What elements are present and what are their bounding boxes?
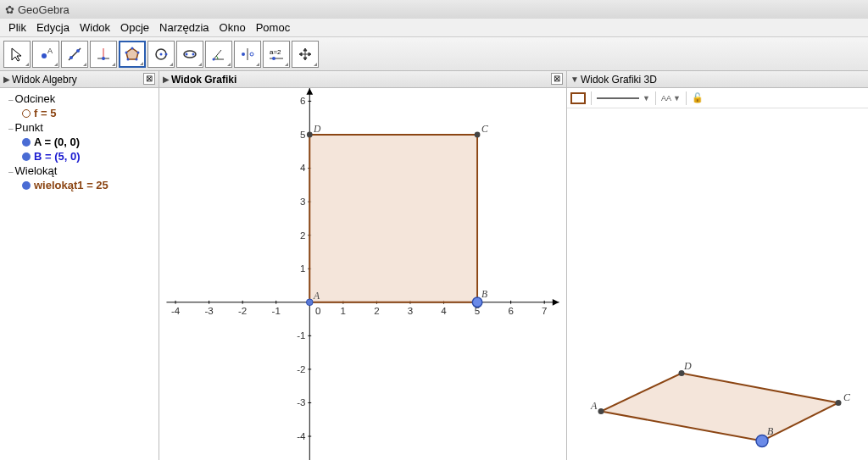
svg-marker-8 — [126, 48, 138, 59]
svg-text:1: 1 — [341, 306, 346, 316]
graphics3d-canvas[interactable]: A B C D — [567, 108, 868, 460]
svg-marker-30 — [306, 88, 313, 95]
menu-options[interactable]: Opcje — [115, 19, 154, 36]
tree-group-point[interactable]: –Punkt — [2, 120, 157, 135]
tree-group-polygon[interactable]: –Wielokąt — [2, 163, 157, 178]
svg-point-16 — [165, 53, 168, 55]
menu-help[interactable]: Pomoc — [251, 19, 295, 36]
svg-text:-1: -1 — [297, 330, 305, 341]
svg-text:B: B — [767, 425, 774, 437]
svg-point-11 — [137, 51, 140, 53]
svg-point-12 — [131, 47, 134, 49]
graphics3d-header[interactable]: ▼ Widok Grafiki 3D — [567, 71, 868, 88]
menu-bar: Plik Edycja Widok Opcje Narzędzia Okno P… — [0, 19, 868, 37]
tree-item-b[interactable]: B = (5, 0) — [2, 149, 157, 163]
svg-text:C: C — [843, 391, 851, 403]
point-label-a: A — [313, 291, 320, 302]
tool-move-view[interactable] — [292, 41, 319, 68]
svg-text:-4: -4 — [171, 306, 181, 316]
svg-point-83 — [756, 435, 768, 447]
point-label-d: D — [313, 124, 321, 135]
chevron-down-icon: ▼ — [643, 94, 650, 103]
disclosure-icon[interactable]: ▶ — [3, 75, 10, 84]
algebra-panel: ▶ Widok Algebry ⊠ –Odcinek f = 5 –Punkt … — [0, 71, 159, 460]
svg-text:D: D — [683, 360, 692, 372]
graphics-panel: ▶ Widok Grafiki ⊠ -4 -3 -2 -1 0 1 — [159, 71, 567, 460]
menu-file[interactable]: Plik — [3, 19, 31, 36]
tool-perpendicular[interactable] — [90, 41, 117, 68]
svg-marker-80 — [601, 374, 838, 441]
graphics-header[interactable]: ▶ Widok Grafiki ⊠ — [159, 71, 566, 88]
tool-polygon[interactable] — [119, 41, 146, 68]
graphics3d-title: Widok Grafiki 3D — [581, 74, 657, 86]
point-label-c: C — [481, 124, 488, 135]
tool-angle[interactable] — [205, 41, 232, 68]
tool-slider[interactable]: a=2 — [263, 41, 290, 68]
svg-point-10 — [136, 58, 138, 60]
svg-point-15 — [160, 53, 163, 55]
svg-text:2: 2 — [374, 306, 379, 316]
svg-point-13 — [125, 51, 128, 53]
graphics-title: Widok Grafiki — [171, 74, 236, 86]
tree-item-f[interactable]: f = 5 — [2, 106, 157, 120]
tool-point[interactable]: A — [32, 41, 59, 68]
svg-point-85 — [836, 400, 842, 406]
graphics-canvas[interactable]: -4 -3 -2 -1 0 1 2 3 4 5 6 7 6 5 4 — [159, 88, 566, 460]
menu-tools[interactable]: Narzędzia — [154, 19, 214, 36]
tool-circle[interactable] — [147, 41, 175, 68]
tree-group-segment[interactable]: –Odcinek — [2, 91, 157, 106]
point-label-b: B — [481, 289, 487, 300]
algebra-tree: –Odcinek f = 5 –Punkt A = (0, 0) B = (5,… — [0, 88, 159, 460]
svg-text:3: 3 — [300, 197, 305, 207]
app-title: GeoGebra — [18, 3, 70, 16]
svg-text:1: 1 — [300, 263, 305, 274]
tool-reflect[interactable] — [234, 41, 261, 68]
svg-point-19 — [192, 53, 195, 55]
line-style-picker[interactable]: ▼ — [597, 94, 650, 103]
main-area: ▶ Widok Algebry ⊠ –Odcinek f = 5 –Punkt … — [0, 71, 868, 460]
svg-point-3 — [70, 56, 73, 59]
tree-item-polygon[interactable]: wielokąt1 = 25 — [2, 178, 157, 192]
disclosure-icon[interactable]: ▼ — [570, 75, 579, 84]
svg-text:-3: -3 — [204, 306, 213, 316]
svg-text:3: 3 — [408, 306, 413, 316]
graphics3d-panel: ▼ Widok Grafiki 3D ▼ AA ▼ 🔓 A — [567, 71, 868, 460]
toolbar: A a=2 — [0, 37, 868, 71]
svg-text:4: 4 — [441, 306, 447, 316]
tool-line[interactable] — [61, 41, 88, 68]
svg-point-77 — [475, 132, 481, 138]
svg-point-18 — [186, 53, 188, 55]
svg-text:7: 7 — [542, 306, 547, 316]
color-swatch[interactable] — [570, 92, 586, 104]
window-title-bar: ✿ GeoGebra — [0, 0, 868, 19]
svg-marker-74 — [309, 135, 477, 302]
svg-text:2: 2 — [300, 230, 305, 241]
svg-point-20 — [213, 58, 215, 60]
close-icon[interactable]: ⊠ — [143, 73, 155, 85]
svg-point-22 — [242, 53, 245, 56]
menu-view[interactable]: Widok — [75, 19, 115, 36]
svg-point-0 — [42, 53, 47, 58]
tool-ellipse[interactable] — [176, 41, 203, 68]
svg-point-4 — [76, 49, 80, 53]
svg-point-7 — [102, 57, 105, 60]
svg-point-9 — [127, 58, 130, 60]
svg-text:-3: -3 — [297, 397, 305, 407]
svg-text:5: 5 — [300, 130, 305, 140]
close-icon[interactable]: ⊠ — [551, 73, 563, 85]
lock-icon[interactable]: 🔓 — [692, 92, 704, 103]
svg-text:-1: -1 — [272, 306, 281, 316]
font-size-picker[interactable]: AA ▼ — [661, 94, 681, 103]
svg-marker-28 — [553, 299, 559, 306]
disclosure-icon[interactable]: ▶ — [163, 75, 170, 84]
algebra-header[interactable]: ▶ Widok Algebry ⊠ — [0, 71, 159, 88]
svg-text:a=2: a=2 — [270, 48, 281, 56]
menu-edit[interactable]: Edycja — [31, 19, 75, 36]
tree-item-a[interactable]: A = (0, 0) — [2, 135, 157, 149]
algebra-title: Widok Algebry — [12, 74, 77, 86]
menu-window[interactable]: Okno — [214, 19, 251, 36]
svg-text:0: 0 — [315, 306, 320, 316]
tool-move[interactable] — [3, 41, 31, 68]
svg-point-81 — [598, 408, 604, 414]
svg-text:-2: -2 — [238, 306, 247, 316]
